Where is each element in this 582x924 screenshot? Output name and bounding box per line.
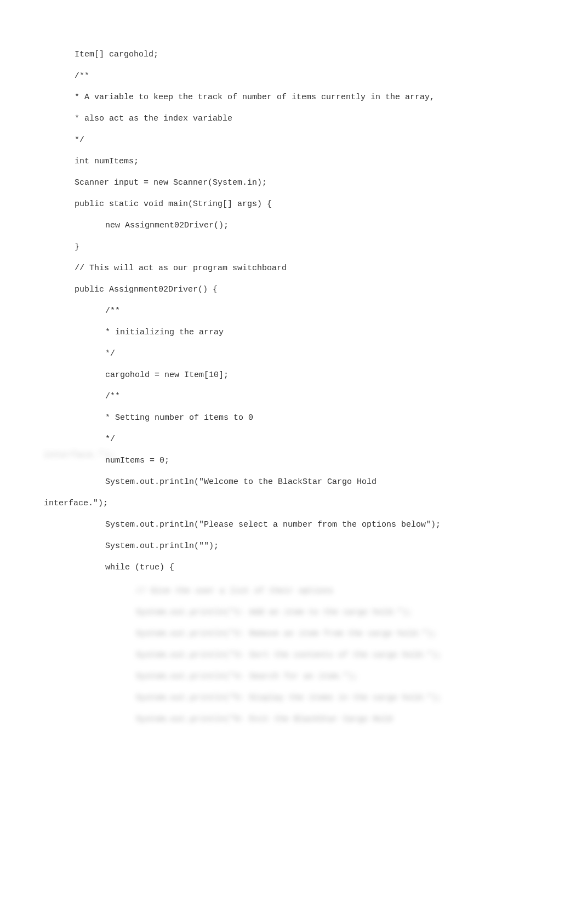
code-block: Item[] cargohold;/*** A variable to keep… xyxy=(44,44,544,578)
code-line: /** xyxy=(44,386,544,407)
code-line: * Setting number of items to 0 xyxy=(44,407,544,429)
blurred-code-line: System.out.println("5: Display the items… xyxy=(44,687,544,709)
blurred-code-line: // Give the user a list of their options xyxy=(44,580,544,602)
code-line: */ xyxy=(44,343,544,364)
code-line: numItems = 0; xyxy=(44,450,544,471)
code-line: /** xyxy=(44,300,544,322)
code-line: System.out.println(""); xyxy=(44,535,544,557)
code-line: */ xyxy=(44,129,544,151)
code-line: int numItems; xyxy=(44,151,544,172)
code-line: } xyxy=(44,236,544,258)
code-line: public Assignment02Driver() { xyxy=(44,279,544,300)
blurred-code-block: // Give the user a list of their options… xyxy=(44,580,544,730)
code-line: * also act as the index variable xyxy=(44,108,544,129)
code-line: // This will act as our program switchbo… xyxy=(44,258,544,279)
blurred-code-line: System.out.println("3: Sort the contents… xyxy=(44,644,544,666)
code-line: Item[] cargohold; xyxy=(44,44,544,65)
code-line: interface."); xyxy=(44,493,544,514)
code-line: cargohold = new Item[10]; xyxy=(44,364,544,386)
code-line: Scanner input = new Scanner(System.in); xyxy=(44,172,544,193)
code-line: System.out.println("Please select a numb… xyxy=(44,514,544,535)
document-page: Item[] cargohold;/*** A variable to keep… xyxy=(0,0,582,763)
code-line: * initializing the array xyxy=(44,322,544,343)
code-line: * A variable to keep the track of number… xyxy=(44,87,544,108)
code-line: new Assignment02Driver(); xyxy=(44,215,544,236)
blurred-code-line: System.out.println("0: Exit the BlackSta… xyxy=(44,709,544,730)
blurred-code-line: System.out.println("1: Add an item to th… xyxy=(44,602,544,623)
code-line: public static void main(String[] args) { xyxy=(44,193,544,215)
blurred-code-line: System.out.println("2: Remove an item fr… xyxy=(44,623,544,644)
code-line: /** xyxy=(44,65,544,87)
watermark-text: interface."); xyxy=(44,444,115,466)
code-line: */ xyxy=(44,429,544,450)
code-line: while (true) { xyxy=(44,557,544,578)
code-line: System.out.println("Welcome to the Black… xyxy=(44,471,544,493)
blurred-code-line: System.out.println("4: Search for an ite… xyxy=(44,666,544,687)
